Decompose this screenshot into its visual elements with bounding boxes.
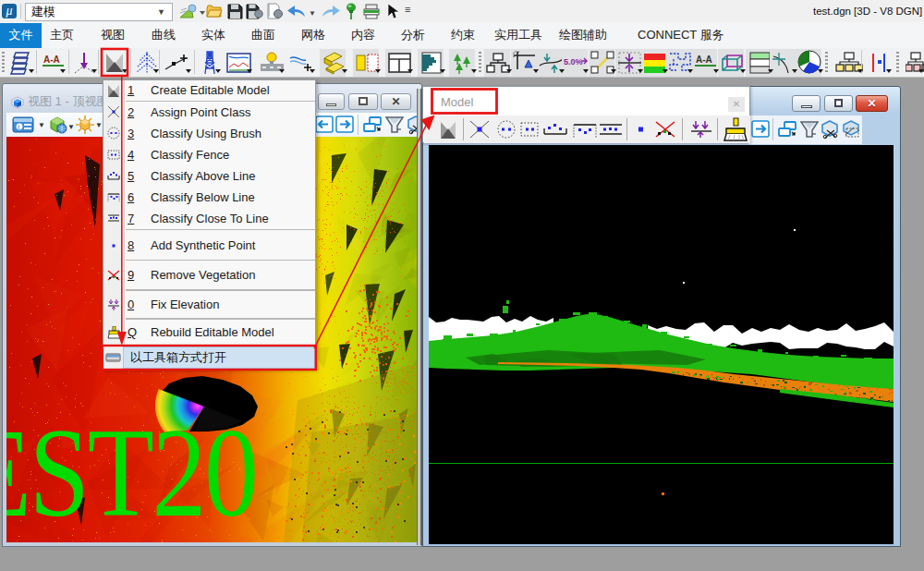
svg-text:5.0%: 5.0%	[564, 57, 583, 67]
svg-text:EST20: EST20	[6, 403, 259, 542]
svg-text:A-A: A-A	[696, 55, 712, 65]
svg-text:A-A: A-A	[43, 55, 60, 65]
